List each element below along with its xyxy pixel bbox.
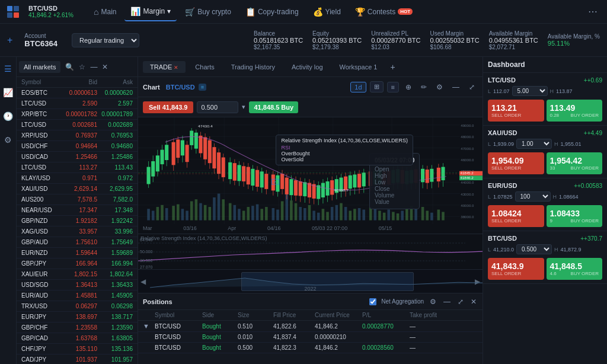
order-separator: ▾: [242, 103, 245, 111]
svg-rect-49: [290, 200, 293, 220]
svg-rect-181: [378, 170, 381, 184]
order-price-input[interactable]: [197, 101, 238, 113]
sidebar-activity-icon[interactable]: 🕐: [1, 109, 15, 123]
market-row[interactable]: LTC/USD 0.002681 0.002689: [17, 120, 138, 130]
svg-text:38000.0: 38000.0: [461, 216, 474, 219]
sidebar-settings-icon[interactable]: ⚙: [2, 133, 14, 147]
trading-mode-select[interactable]: Regular trading: [72, 33, 139, 47]
sell-order-card[interactable]: 1.08424 SELL ORDER: [488, 205, 544, 227]
market-row[interactable]: LTC/USD 2.590 2.597: [17, 98, 138, 109]
buy-order-card[interactable]: 1,954.42 33 BUY ORDER: [547, 152, 603, 174]
svg-rect-46: [276, 210, 279, 221]
market-row[interactable]: XRP/USD 0.76937 0.76953: [17, 130, 138, 141]
market-row[interactable]: CAD/JPY 101.937 101.957: [17, 355, 138, 364]
markets-tab-all[interactable]: All markets: [19, 61, 60, 73]
tab-workspace-1[interactable]: Workspace 1: [333, 61, 385, 73]
nav-main[interactable]: ⌂ Main: [88, 2, 122, 21]
sell-order-card[interactable]: 1,954.09 SELL ORDER: [488, 152, 544, 174]
instrument-size-select[interactable]: 5.00: [512, 86, 548, 96]
logo[interactable]: [5, 4, 21, 20]
markets-close-icon[interactable]: ✕: [101, 62, 109, 72]
buy-order-card[interactable]: 113.49 0.28 BUY ORDER: [547, 100, 603, 122]
market-row[interactable]: USD/SGD 1.36413 1.36433: [17, 280, 138, 290]
chart-draw-icon[interactable]: ✏: [418, 81, 430, 93]
market-row[interactable]: LTC/USD 113.27 113.43: [17, 162, 138, 173]
instrument-name: EUR/USD: [488, 182, 517, 189]
nav-more-button[interactable]: ⋯: [583, 4, 602, 20]
svg-rect-129: [255, 170, 259, 187]
market-row[interactable]: GBP/JPY 166.964 166.994: [17, 258, 138, 269]
sell-order-button[interactable]: Sell 41,843.9: [143, 101, 193, 113]
market-row[interactable]: XAU/USD 2,629.14 2,629.95: [17, 184, 138, 194]
sidebar-trade-icon[interactable]: ☰: [2, 62, 14, 76]
nav-contests[interactable]: 🏆 Contests HOT: [349, 2, 418, 21]
sell-order-card[interactable]: 41,843.9 SELL ORDER: [488, 258, 544, 280]
markets-list[interactable]: EOS/BTC 0.0000613 0.0000620 LTC/USD 2.59…: [17, 88, 138, 364]
positions-minimize-icon[interactable]: —: [442, 296, 452, 307]
chart-type-button[interactable]: ≡: [387, 82, 399, 92]
chart-scrollbar[interactable]: ◀ ▶ 2022: [138, 269, 483, 293]
nav-margin[interactable]: 📊 Margin ▾: [124, 2, 177, 21]
positions-close-icon[interactable]: ✕: [469, 296, 478, 307]
nav-copy-trading[interactable]: 📋 Copy-trading: [239, 2, 305, 21]
yield-icon: 💰: [313, 7, 323, 17]
tab-trade[interactable]: TRADE ✕: [143, 61, 186, 73]
markets-search-icon[interactable]: 🔍: [64, 62, 75, 72]
chart-indicators-button[interactable]: ⊞: [370, 81, 384, 92]
market-row[interactable]: XAU/EUR 1,802.15 1,802.64: [17, 269, 138, 280]
buy-order-card[interactable]: 1.08433 9 BUY ORDER: [547, 205, 603, 227]
position-row[interactable]: BTC/USD Bought 0.500 41,822.3 41,846.2 0…: [138, 343, 483, 353]
market-row[interactable]: NEAR/USD 17.347 17.348: [17, 205, 138, 216]
market-row[interactable]: CHF/JPY 135.110 135.136: [17, 344, 138, 355]
svg-rect-61: [344, 207, 347, 221]
market-row[interactable]: GBP/NZD 1.92182 1.92242: [17, 216, 138, 226]
market-row[interactable]: AUS200 7,578.5 7,582.0: [17, 194, 138, 205]
chart-settings-icon[interactable]: ⚙: [433, 81, 446, 93]
tab-activity-log[interactable]: Activity log: [285, 61, 330, 73]
market-row[interactable]: USD/CAD 1.25466 1.25486: [17, 152, 138, 162]
buy-order-card[interactable]: 41,848.5 4.6 BUY ORDER: [547, 258, 603, 280]
sell-order-card[interactable]: 113.21 SELL ORDER: [488, 100, 544, 122]
nav-buy-crypto[interactable]: 🛒 Buy crypto: [179, 2, 237, 21]
market-row[interactable]: EUR/JPY 138.697 138.717: [17, 312, 138, 323]
markets-star-icon[interactable]: ☆: [78, 62, 87, 72]
market-row[interactable]: TRX/USD 0.06297 0.06298: [17, 301, 138, 312]
svg-rect-50: [295, 203, 298, 221]
add-account-button[interactable]: +: [7, 35, 12, 46]
market-row[interactable]: XRP/BTC 0.00001782 0.00001789: [17, 109, 138, 120]
markets-minimize-icon[interactable]: —: [89, 62, 98, 72]
tab-add-button[interactable]: +: [387, 61, 399, 73]
position-row[interactable]: ▼ BTC/USD Bought 0.510 41,822.6 41,846.2…: [138, 321, 483, 332]
chart-maximize-icon[interactable]: ⤢: [466, 81, 478, 93]
chart-scroll-left-icon[interactable]: ◀: [140, 277, 146, 286]
market-row[interactable]: GBP/CAD 1.63768 1.63805: [17, 333, 138, 344]
tab-trading-history[interactable]: Trading History: [224, 61, 282, 73]
chart-timeframe-1d[interactable]: 1d: [350, 82, 366, 92]
market-row[interactable]: USD/CHF 0.94664 0.94680: [17, 141, 138, 152]
instrument-size-select[interactable]: 100: [515, 191, 551, 202]
positions-maximize-icon[interactable]: ⤢: [456, 296, 465, 307]
instrument-name: LTC/USD: [488, 76, 516, 84]
instrument-change: ++370.7: [580, 235, 602, 242]
svg-rect-185: [387, 171, 391, 184]
nav-yield[interactable]: 💰 Yield: [307, 2, 347, 21]
positions-settings-icon[interactable]: ⚙: [429, 296, 437, 307]
market-row[interactable]: GBP/AUD 1.75610 1.75649: [17, 237, 138, 248]
instrument-size-select[interactable]: 1.00: [516, 139, 552, 149]
position-row[interactable]: BTC/USD Bought 0.010 41,837.4 0.00000210…: [138, 332, 483, 343]
svg-rect-19: [147, 209, 150, 220]
sidebar-chart-icon[interactable]: 📈: [1, 85, 15, 100]
market-row[interactable]: EUR/AUD 1.45881 1.45905: [17, 290, 138, 301]
chart-crosshair-icon[interactable]: ⊕: [402, 81, 414, 93]
sell-label: SELL ORDER: [491, 113, 521, 118]
instrument-size-select[interactable]: 0.500: [516, 244, 552, 254]
svg-rect-80: [437, 210, 440, 221]
market-row[interactable]: KLAY/USD 0.971 0.972: [17, 173, 138, 184]
market-row[interactable]: EOS/BTC 0.0000613 0.0000620: [17, 88, 138, 98]
market-row[interactable]: GBP/CHF 1.23558 1.23590: [17, 323, 138, 333]
chart-minimize-icon[interactable]: —: [449, 81, 462, 93]
tab-charts[interactable]: Charts: [188, 61, 221, 73]
net-aggregation-checkbox[interactable]: [369, 298, 376, 305]
market-row[interactable]: XAG/USD 33.957 33.996: [17, 226, 138, 237]
market-row[interactable]: EUR/NZD 1.59644 1.59689: [17, 248, 138, 258]
